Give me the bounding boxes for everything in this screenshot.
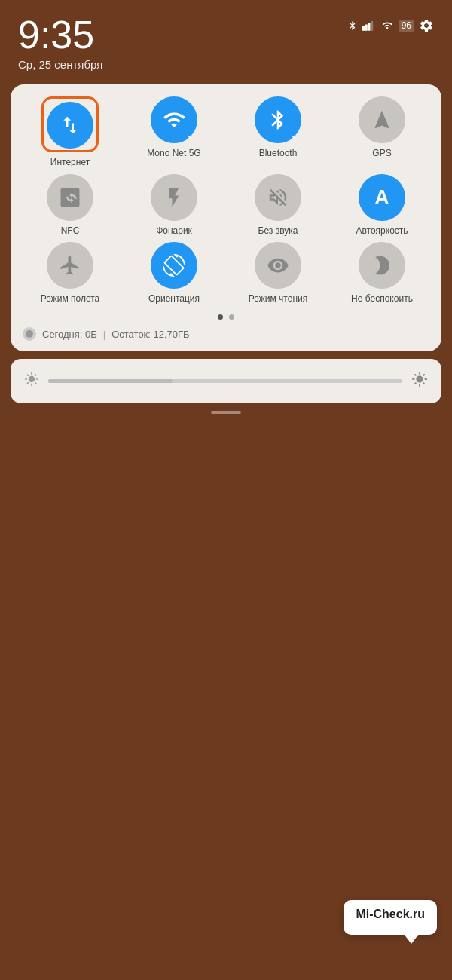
svg-rect-3 <box>371 21 373 31</box>
quick-settings-panel: Интернет Mono Net 5G Bluetooth <box>11 84 441 351</box>
tile-reading[interactable]: Режим чтения <box>228 242 328 304</box>
settings-icon[interactable] <box>419 18 434 33</box>
clock: 9:35 <box>18 14 102 57</box>
gps-label: GPS <box>372 148 391 158</box>
pagination <box>20 314 432 320</box>
bluetooth-tile-icon <box>267 109 289 131</box>
autobright-circle: A <box>359 174 405 221</box>
orientation-icon <box>163 254 185 277</box>
battery: 96 <box>399 20 414 32</box>
nfc-circle <box>47 174 93 221</box>
reading-label: Режим чтения <box>249 293 307 304</box>
brightness-fill <box>48 379 173 383</box>
bluetooth-status-icon <box>347 19 358 32</box>
date: Ср, 25 сентября <box>18 58 102 71</box>
reading-circle <box>255 242 301 289</box>
wifi-circle <box>151 96 197 143</box>
gps-icon <box>371 109 393 131</box>
wifi-label: Mono Net 5G <box>147 148 200 158</box>
gps-circle <box>359 96 405 143</box>
storage-divider: | <box>103 329 105 340</box>
svg-rect-0 <box>362 26 365 31</box>
airplane-label: Режим полета <box>41 293 100 304</box>
airplane-circle <box>47 242 93 289</box>
letter-a: A <box>375 185 389 209</box>
time-block: 9:35 Ср, 25 сентября <box>18 14 102 71</box>
internet-icon <box>59 114 81 136</box>
orientation-circle <box>151 242 197 289</box>
bt-arrow <box>292 136 295 140</box>
tile-autobright[interactable]: A Автояркость <box>331 174 432 236</box>
flashlight-icon <box>163 186 185 209</box>
svg-point-4 <box>26 330 33 338</box>
wifi-tile-icon <box>163 109 185 131</box>
svg-rect-1 <box>365 25 367 31</box>
nfc-label: NFC <box>61 225 80 236</box>
tile-bluetooth[interactable]: Bluetooth <box>228 96 328 167</box>
highlight-border <box>41 96 99 152</box>
internet-label: Интернет <box>50 157 90 167</box>
bluetooth-circle <box>255 96 301 143</box>
orientation-label: Ориентация <box>148 293 200 304</box>
silent-label: Без звука <box>258 225 298 236</box>
wifi-status-icon <box>380 20 394 31</box>
tile-gps[interactable]: GPS <box>331 96 432 167</box>
nfc-icon <box>59 186 81 209</box>
tile-nfc[interactable]: NFC <box>20 174 121 236</box>
dot-2 <box>229 314 234 320</box>
tile-internet[interactable]: Интернет <box>20 96 121 167</box>
storage-remaining: Остаток: 12,70ГБ <box>111 329 189 340</box>
flashlight-circle <box>151 174 197 221</box>
reading-icon <box>267 254 289 277</box>
storage-icon <box>23 327 36 341</box>
status-bar: 9:35 Ср, 25 сентября 96 <box>0 0 452 71</box>
brightness-low-icon <box>24 372 39 390</box>
handle-bar[interactable] <box>211 411 241 414</box>
watermark: Mi-Check.ru <box>344 900 437 935</box>
silent-icon <box>267 186 289 209</box>
moon-icon <box>371 254 393 277</box>
brightness-panel <box>11 359 441 403</box>
tile-airplane[interactable]: Режим полета <box>20 242 121 304</box>
tile-orientation[interactable]: Ориентация <box>124 242 224 304</box>
airplane-icon <box>59 254 81 277</box>
autobright-label: Автояркость <box>356 225 408 236</box>
flashlight-label: Фонарик <box>156 225 192 236</box>
storage-today: Сегодня: 0Б <box>42 329 97 340</box>
tile-wifi[interactable]: Mono Net 5G <box>124 96 224 167</box>
brightness-track[interactable] <box>48 379 402 383</box>
wifi-arrow <box>188 136 191 140</box>
silent-circle <box>255 174 301 221</box>
dnd-label: Не беспокоить <box>351 293 413 304</box>
tile-dnd[interactable]: Не беспокоить <box>331 242 432 304</box>
watermark-text: Mi-Check.ru <box>356 908 425 920</box>
signal-icon <box>362 20 376 31</box>
brightness-high-icon <box>411 371 428 391</box>
dot-1 <box>218 314 223 320</box>
svg-rect-2 <box>368 23 370 31</box>
storage-row: Сегодня: 0Б | Остаток: 12,70ГБ <box>20 327 432 341</box>
tile-flashlight[interactable]: Фонарик <box>124 174 224 236</box>
internet-circle <box>47 102 93 149</box>
status-icons: 96 <box>347 18 434 33</box>
tile-silent[interactable]: Без звука <box>228 174 328 236</box>
tiles-grid: Интернет Mono Net 5G Bluetooth <box>20 96 432 304</box>
dnd-circle <box>359 242 405 289</box>
bluetooth-label: Bluetooth <box>259 148 298 158</box>
